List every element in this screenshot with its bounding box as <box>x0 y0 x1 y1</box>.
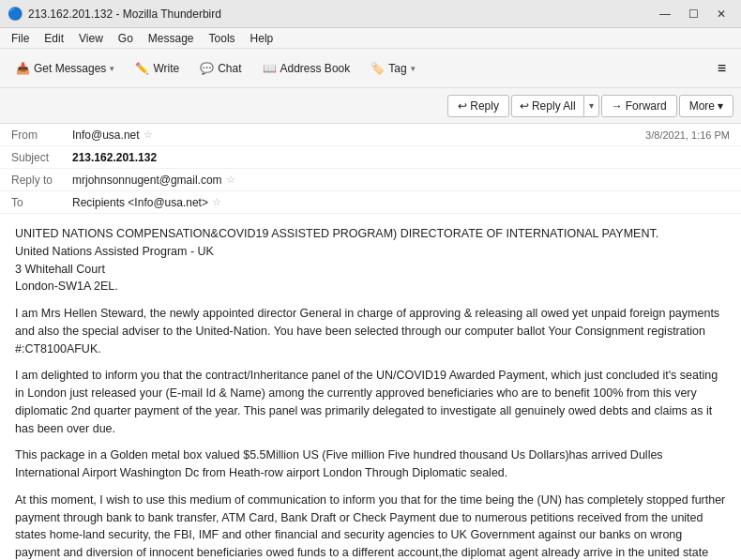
tag-button[interactable]: 🏷️ Tag ▾ <box>362 57 423 80</box>
more-label: More <box>689 99 715 113</box>
menu-help[interactable]: Help <box>243 30 281 47</box>
from-address: Info@usa.net <box>72 129 140 142</box>
email-date: 3/8/2021, 1:16 PM <box>645 129 730 141</box>
reply-icon: ↩ <box>458 99 467 113</box>
menu-tools[interactable]: Tools <box>202 30 243 47</box>
write-button[interactable]: ✏️ Write <box>127 57 188 80</box>
from-label: From <box>11 129 72 142</box>
body-paragraph: This package in a Golden metal box value… <box>15 446 726 482</box>
reply-all-dropdown[interactable]: ▾ <box>584 97 598 114</box>
email-pane: From Info@usa.net ☆ 3/8/2021, 1:16 PM Su… <box>0 124 741 560</box>
body-paragraph: I am delighted to inform you that the co… <box>15 367 726 437</box>
tag-arrow: ▾ <box>411 64 416 73</box>
app-icon: 🔵 <box>8 7 23 22</box>
reply-all-label: Reply All <box>532 99 576 113</box>
forward-button[interactable]: → Forward <box>601 95 677 117</box>
menu-file[interactable]: File <box>4 30 37 47</box>
address-book-button[interactable]: 📖 Address Book <box>254 57 359 80</box>
to-address: Recipients <Info@usa.net> <box>72 196 208 209</box>
reply-all-button[interactable]: ↩ Reply All <box>512 96 584 116</box>
chat-label: Chat <box>218 62 241 75</box>
menu-edit[interactable]: Edit <box>37 30 71 47</box>
write-icon: ✏️ <box>135 62 149 75</box>
window-title: 213.162.201.132 - Mozilla Thunderbird <box>28 8 653 21</box>
toolbar-right: ≡ <box>710 56 733 81</box>
from-star[interactable]: ☆ <box>144 129 153 141</box>
minimize-button[interactable]: — <box>653 5 677 23</box>
reply-all-button-group: ↩ Reply All ▾ <box>511 95 599 117</box>
reply-to-star[interactable]: ☆ <box>226 174 235 186</box>
toolbar: 📥 Get Messages ▾ ✏️ Write 💬 Chat 📖 Addre… <box>0 49 741 88</box>
from-row: From Info@usa.net ☆ 3/8/2021, 1:16 PM <box>0 124 741 146</box>
address-book-icon: 📖 <box>263 62 277 75</box>
to-value: Recipients <Info@usa.net> ☆ <box>72 196 730 209</box>
more-arrow-icon: ▾ <box>718 99 723 113</box>
body-paragraph: I am Mrs Hellen Steward, the newly appoi… <box>15 305 726 357</box>
close-button[interactable]: ✕ <box>709 5 733 23</box>
menu-view[interactable]: View <box>71 30 111 47</box>
more-button[interactable]: More ▾ <box>679 95 733 117</box>
subject-label: Subject <box>11 151 72 164</box>
actionbar: ↩ Reply ↩ Reply All ▾ → Forward More ▾ <box>0 88 741 124</box>
from-value: Info@usa.net ☆ <box>72 129 645 142</box>
email-body: UNITED NATIONS COMPENSATION&COVID19 ASSI… <box>0 214 741 560</box>
body-paragraph: UNITED NATIONS COMPENSATION&COVID19 ASSI… <box>15 225 726 295</box>
reply-label: Reply <box>470 99 499 113</box>
write-label: Write <box>153 62 179 75</box>
menu-message[interactable]: Message <box>141 30 202 47</box>
to-star[interactable]: ☆ <box>212 196 221 208</box>
reply-to-address: mrjohnsonnugent@gmail.com <box>72 174 222 187</box>
menubar: File Edit View Go Message Tools Help <box>0 28 741 49</box>
to-row: To Recipients <Info@usa.net> ☆ <box>0 191 741 214</box>
reply-button[interactable]: ↩ Reply <box>447 95 509 117</box>
maximize-button[interactable]: ☐ <box>681 5 705 23</box>
tag-icon: 🏷️ <box>370 62 385 75</box>
chat-icon: 💬 <box>200 62 214 75</box>
to-label: To <box>11 196 72 209</box>
inbox-icon: 📥 <box>16 62 30 75</box>
titlebar: 🔵 213.162.201.132 - Mozilla Thunderbird … <box>0 0 741 28</box>
reply-to-value: mrjohnsonnugent@gmail.com ☆ <box>72 174 730 187</box>
window-controls: — ☐ ✕ <box>653 5 733 23</box>
reply-to-row: Reply to mrjohnsonnugent@gmail.com ☆ <box>0 169 741 191</box>
tag-label: Tag <box>388 62 406 75</box>
address-book-label: Address Book <box>280 62 351 75</box>
get-messages-label: Get Messages <box>34 62 106 75</box>
reply-to-label: Reply to <box>11 174 72 187</box>
chat-button[interactable]: 💬 Chat <box>191 57 250 80</box>
subject-row: Subject 213.162.201.132 <box>0 146 741 169</box>
get-messages-button[interactable]: 📥 Get Messages ▾ <box>8 57 123 80</box>
get-messages-arrow: ▾ <box>110 64 114 73</box>
reply-all-icon: ↩ <box>520 99 529 113</box>
forward-icon: → <box>612 99 623 113</box>
hamburger-menu[interactable]: ≡ <box>710 56 733 81</box>
forward-label: Forward <box>626 99 667 113</box>
menu-go[interactable]: Go <box>111 30 141 47</box>
body-paragraph: At this moment, I wish to use this mediu… <box>15 492 726 560</box>
subject-value: 213.162.201.132 <box>72 151 730 164</box>
